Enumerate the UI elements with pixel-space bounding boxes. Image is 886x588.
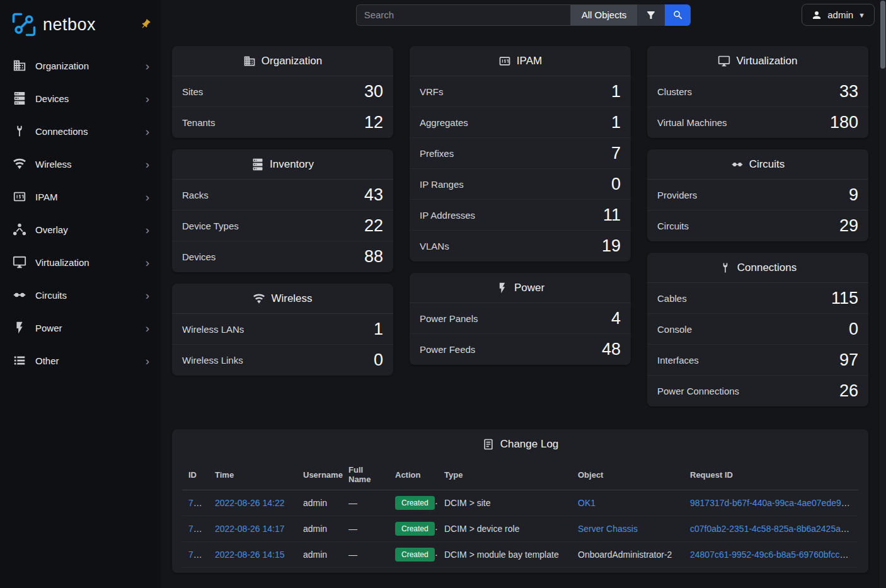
request-id-link[interactable]: c07f0ab2-2351-4c58-825a-8b6a2425a1ab <box>690 524 855 534</box>
sidebar-item-overlay[interactable]: Overlay › <box>0 213 161 246</box>
change-object-link[interactable]: OK1 <box>578 498 595 508</box>
card-title: Change Log <box>500 438 559 451</box>
search-button[interactable] <box>665 4 691 26</box>
stat-label: Console <box>657 324 692 335</box>
scrollbar[interactable] <box>880 0 886 588</box>
change-log-table: ID Time Username Full Name Action Type O… <box>182 459 858 568</box>
circuits-icon <box>731 158 744 171</box>
stat-value[interactable]: 1 <box>611 113 621 132</box>
sidebar-item-label: Circuits <box>35 290 67 301</box>
stat-value[interactable]: 115 <box>831 289 858 308</box>
organization-icon <box>243 55 256 67</box>
ipam-icon <box>13 190 26 204</box>
sidebar-item-other[interactable]: Other › <box>0 344 161 377</box>
change-object-link[interactable]: Server Chassis <box>578 524 638 534</box>
stat-value[interactable]: 9 <box>849 185 858 205</box>
search-input[interactable] <box>356 4 570 26</box>
change-time-link[interactable]: 2022-08-26 14:22 <box>215 498 285 508</box>
stat-value[interactable]: 30 <box>364 82 383 101</box>
connections-icon <box>719 262 732 274</box>
stat-value[interactable]: 22 <box>364 216 383 236</box>
stat-value[interactable]: 0 <box>374 350 383 370</box>
status-badge: Created <box>395 496 435 510</box>
stat-value[interactable]: 88 <box>364 247 383 267</box>
stat-value[interactable]: 29 <box>839 216 858 236</box>
sidebar-item-devices[interactable]: Devices › <box>0 82 161 115</box>
stat-label: Tenants <box>182 117 216 128</box>
stat-value[interactable]: 43 <box>364 185 383 205</box>
sidebar-item-power[interactable]: Power › <box>0 311 161 344</box>
request-id-link[interactable]: 24807c61-9952-49c6-b8a5-69760bfcc4b3 <box>690 550 854 560</box>
stat-value[interactable]: 4 <box>611 309 621 328</box>
change-full-name: — <box>342 542 389 568</box>
chevron-right-icon: › <box>146 125 149 137</box>
global-search: All Objects <box>356 4 691 26</box>
sidebar-item-organization[interactable]: Organization › <box>0 49 161 82</box>
stat-value[interactable]: 0 <box>849 320 858 339</box>
column-header-id: ID <box>182 459 209 490</box>
stat-label: Cables <box>657 293 687 304</box>
stat-value[interactable]: 12 <box>364 113 383 132</box>
stat-value[interactable]: 26 <box>839 381 858 401</box>
stat-row: IP Addresses 11 <box>410 200 631 231</box>
card-header: Connections <box>647 253 868 283</box>
stat-row: Cables 115 <box>647 283 868 314</box>
stat-value[interactable]: 11 <box>603 205 621 225</box>
stat-row: Device Types 22 <box>172 210 393 241</box>
devices-icon <box>13 91 26 105</box>
sidebar-item-virtualization[interactable]: Virtualization › <box>0 246 161 279</box>
user-menu-button[interactable]: admin ▼ <box>802 4 875 26</box>
stat-label: Clusters <box>657 86 692 97</box>
search-scope-button[interactable]: All Objects <box>570 4 638 26</box>
stat-row: VLANs 19 <box>410 231 631 262</box>
card-header: Wireless <box>172 284 393 314</box>
netbox-logo[interactable]: netbox <box>10 11 96 38</box>
request-id-link[interactable]: 9817317d-b67f-440a-99ca-4ae07ede94df <box>690 498 853 508</box>
stat-value[interactable]: 180 <box>830 113 858 132</box>
sidebar-item-label: Devices <box>35 93 69 104</box>
column-header-username: Username <box>297 459 342 490</box>
inventory-icon <box>251 158 264 171</box>
change-username: admin <box>297 516 342 542</box>
sidebar-item-ipam[interactable]: IPAM › <box>0 180 161 213</box>
change-time-link[interactable]: 2022-08-26 14:15 <box>215 550 285 560</box>
stat-row: Power Panels 4 <box>410 303 631 334</box>
stat-row: Devices 88 <box>172 241 393 272</box>
stat-value[interactable]: 19 <box>602 236 621 256</box>
card-title: Power <box>514 282 544 294</box>
sidebar-item-connections[interactable]: Connections › <box>0 115 161 147</box>
column-header-time: Time <box>209 459 297 490</box>
change-id-link[interactable]: 754 <box>188 524 203 534</box>
change-username: admin <box>297 490 342 516</box>
chevron-right-icon: › <box>146 158 149 170</box>
netbox-logo-icon <box>10 11 38 38</box>
change-id-link[interactable]: 755 <box>188 498 203 508</box>
stat-value[interactable]: 7 <box>611 144 621 163</box>
stat-value[interactable]: 1 <box>611 82 621 101</box>
status-badge: Created <box>395 522 435 536</box>
topbar: All Objects admin ▼ <box>161 0 886 30</box>
organization-icon <box>13 59 26 72</box>
brand-name: netbox <box>43 15 96 35</box>
stat-value[interactable]: 97 <box>839 350 858 370</box>
overlay-icon <box>13 222 26 236</box>
stat-value[interactable]: 1 <box>374 320 383 339</box>
pin-icon[interactable] <box>136 16 153 33</box>
change-type: DCIM > site <box>438 490 572 516</box>
stat-row: Racks 43 <box>172 180 393 210</box>
change-log-icon <box>482 438 495 451</box>
other-icon <box>13 354 26 367</box>
card-inventory: Inventory Racks 43 Device Types 22 Devic… <box>172 149 393 272</box>
sidebar-item-wireless[interactable]: Wireless › <box>0 147 161 180</box>
stat-value[interactable]: 0 <box>611 175 621 194</box>
change-id-link[interactable]: 753 <box>188 550 203 560</box>
sidebar-item-circuits[interactable]: Circuits › <box>0 279 161 311</box>
filter-button[interactable] <box>637 4 665 26</box>
stat-value[interactable]: 48 <box>602 340 621 359</box>
stat-row: Circuits 29 <box>647 210 868 241</box>
stat-value[interactable]: 33 <box>839 82 858 101</box>
change-time-link[interactable]: 2022-08-26 14:17 <box>215 524 285 534</box>
card-header: Change Log <box>172 429 868 459</box>
stat-label: VLANs <box>420 241 449 251</box>
scrollbar-thumb[interactable] <box>880 1 885 69</box>
